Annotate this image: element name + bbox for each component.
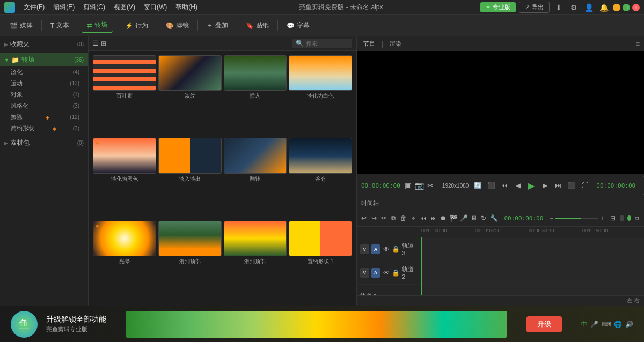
timeline-tab-sep: | bbox=[381, 200, 383, 207]
tl-fit-icon[interactable]: ⧈ bbox=[633, 212, 641, 224]
undo-button[interactable]: ↩ bbox=[360, 212, 368, 224]
transition-item-3[interactable]: 淡化为白色 bbox=[289, 55, 352, 136]
export-button[interactable]: ↗导出 bbox=[519, 2, 550, 13]
preview-panel: 节目 | 渲染 ≡ 00:00:00;00 ▣ 📷 ✂ bbox=[357, 36, 644, 197]
upgrade-preview-banner bbox=[126, 311, 507, 338]
fullscreen-button[interactable]: ⛶ bbox=[579, 180, 591, 191]
transition-item-7[interactable]: 谷仓 bbox=[289, 138, 352, 218]
grid-view-icon[interactable]: ⊞ bbox=[101, 40, 106, 47]
track-3-eye-icon[interactable]: 👁 bbox=[383, 246, 390, 253]
delete-button[interactable]: 🗑 bbox=[400, 212, 408, 224]
tl-extra1[interactable]: ⏺ bbox=[440, 212, 448, 224]
menu-view[interactable]: 视图(V) bbox=[109, 2, 140, 13]
preview-scissors-icon[interactable]: ✂ bbox=[426, 181, 435, 190]
sidebar-assets-header[interactable]: ▶ 素材包 (0) bbox=[0, 136, 88, 150]
transition-item-11[interactable]: 置约形状 1 bbox=[289, 221, 352, 301]
tool-subtitle[interactable]: 💬 字幕 bbox=[281, 19, 315, 32]
sidebar-item-style[interactable]: 风格化 (3) bbox=[0, 100, 88, 111]
frame-fwd-button[interactable]: ▶ bbox=[539, 180, 551, 191]
tl-layout-icon[interactable]: ⊟ bbox=[609, 212, 617, 224]
chevron-right-icon: ▶ bbox=[4, 42, 8, 47]
preview-menu-icon[interactable]: ≡ bbox=[636, 40, 640, 48]
menu-clip[interactable]: 剪辑(C) bbox=[79, 2, 109, 13]
menu-help[interactable]: 帮助(H) bbox=[171, 2, 202, 13]
sidebar-item-object[interactable]: 对象 (1) bbox=[0, 89, 88, 100]
mark-icon[interactable]: 🏁 bbox=[450, 212, 458, 224]
transition-item-4[interactable]: ◆淡化为黑色 bbox=[93, 138, 156, 218]
track-3-content bbox=[421, 237, 644, 261]
menu-window[interactable]: 窗口(W) bbox=[140, 2, 171, 13]
skip-fwd-button[interactable]: ⏭ bbox=[552, 180, 564, 191]
settings-icon[interactable]: ⚙ bbox=[568, 2, 580, 13]
menu-edit[interactable]: 编辑(E) bbox=[49, 2, 79, 13]
track-2-eye-icon[interactable]: 👁 bbox=[383, 269, 390, 277]
preview-mark-in[interactable]: ▣ bbox=[404, 181, 413, 190]
preview-tab-program[interactable]: 节目 bbox=[361, 39, 377, 49]
tool-overlay[interactable]: ＋ 叠加 bbox=[201, 19, 233, 32]
transition-item-1[interactable]: 淡纹 bbox=[158, 55, 222, 136]
mic-icon[interactable]: 🎤 bbox=[460, 212, 468, 224]
copy-button[interactable]: ⧉ bbox=[390, 212, 398, 224]
menu-file[interactable]: 文件(F) bbox=[19, 2, 49, 13]
notification-icon[interactable]: 🔔 bbox=[598, 2, 610, 13]
app-title: 亮鱼剪辑免费版 - 未命名.alpx bbox=[202, 3, 480, 12]
mark-out-button[interactable]: ⬛ bbox=[566, 180, 577, 191]
tl-circle-icon bbox=[620, 215, 624, 221]
maximize-button[interactable]: □ bbox=[623, 4, 630, 11]
upgrade-button[interactable]: 升级 bbox=[526, 316, 562, 332]
ruler-tick-1: 00:00:16:20 bbox=[475, 228, 501, 233]
loop-button[interactable]: 🔄 bbox=[472, 180, 484, 191]
transition-badge: (36) bbox=[74, 57, 84, 63]
tool-behavior[interactable]: ⚡ 行为 bbox=[120, 19, 153, 32]
zoom-out-icon[interactable]: − bbox=[550, 214, 553, 222]
tool-transition[interactable]: ⇄ 转场 bbox=[82, 18, 113, 33]
tool-text[interactable]: T 文本 bbox=[45, 19, 75, 32]
pro-button[interactable]: ✦专业版 bbox=[480, 2, 516, 12]
effect-icon[interactable]: 🔧 bbox=[490, 212, 498, 224]
tool-sticker[interactable]: 🔖 贴纸 bbox=[240, 19, 274, 32]
zoom-in-icon[interactable]: + bbox=[601, 214, 604, 222]
transition-item-2[interactable]: 插入 bbox=[224, 55, 287, 136]
rotate-icon[interactable]: ↻ bbox=[480, 212, 488, 224]
sidebar-item-wipe[interactable]: 擦除 ◆ (12) bbox=[0, 111, 88, 123]
play-button[interactable]: ▶ bbox=[525, 180, 537, 191]
sidebar-item-motion[interactable]: 运动 (13) bbox=[0, 78, 88, 89]
transition-item-0[interactable]: 百叶窗 bbox=[93, 55, 156, 136]
timeline-tab[interactable]: 时间轴 bbox=[361, 199, 379, 207]
mark-in-button[interactable]: ⬛ bbox=[485, 180, 497, 191]
frame-back-button[interactable]: ◀ bbox=[512, 180, 524, 191]
tool-filter[interactable]: 🎨 滤镜 bbox=[160, 19, 194, 32]
minimize-button[interactable]: − bbox=[613, 4, 620, 11]
search-box: 🔍 bbox=[292, 39, 352, 48]
ruler-scrollbar-space bbox=[635, 227, 644, 237]
preview-camera-icon[interactable]: 📷 bbox=[414, 181, 425, 190]
list-view-icon[interactable]: ☰ bbox=[93, 40, 99, 47]
redo-button[interactable]: ↪ bbox=[370, 212, 378, 224]
sidebar-favorites-header[interactable]: ▶ 收藏夹 (0) bbox=[0, 38, 88, 51]
track-2-lock-icon[interactable]: 🔒 bbox=[392, 269, 400, 277]
transition-item-5[interactable]: 淡入淡出 bbox=[158, 138, 222, 218]
sidebar-item-shape[interactable]: 简约形状 ◆ (3) bbox=[0, 123, 88, 134]
download-icon[interactable]: ⬇ bbox=[553, 2, 565, 13]
to-end-button[interactable]: ⏭ bbox=[430, 212, 438, 224]
toolbar-sep-1 bbox=[41, 20, 42, 31]
tool-media[interactable]: 🎬 媒体 bbox=[4, 19, 38, 32]
track-3-v-label: V bbox=[360, 244, 369, 254]
transition-item-6[interactable]: 翻转 bbox=[224, 138, 287, 218]
transition-item-8[interactable]: ◆光晕 bbox=[93, 221, 156, 301]
zoom-slider[interactable]: − + bbox=[550, 214, 604, 222]
split-button[interactable]: ⌖ bbox=[410, 212, 418, 224]
to-start-button[interactable]: ⏮ bbox=[420, 212, 428, 224]
monitor-icon[interactable]: 🖥 bbox=[470, 212, 478, 224]
close-button[interactable]: × bbox=[632, 4, 640, 11]
cut-button[interactable]: ✂ bbox=[380, 212, 388, 224]
transition-item-10[interactable]: 滑到顶部 bbox=[224, 221, 287, 301]
preview-tab-render[interactable]: 渲染 bbox=[387, 39, 404, 49]
user-icon[interactable]: 👤 bbox=[583, 2, 595, 13]
transition-item-9[interactable]: 滑到顶部 bbox=[158, 221, 222, 301]
skip-back-button[interactable]: ⏮ bbox=[499, 180, 510, 191]
track-3-lock-icon[interactable]: 🔒 bbox=[392, 246, 400, 253]
sidebar-item-fade[interactable]: 淡化 (4) bbox=[0, 66, 88, 78]
sidebar-transition-header[interactable]: ▼ 📁 转场 (36) bbox=[0, 53, 88, 66]
search-input[interactable] bbox=[306, 40, 349, 47]
